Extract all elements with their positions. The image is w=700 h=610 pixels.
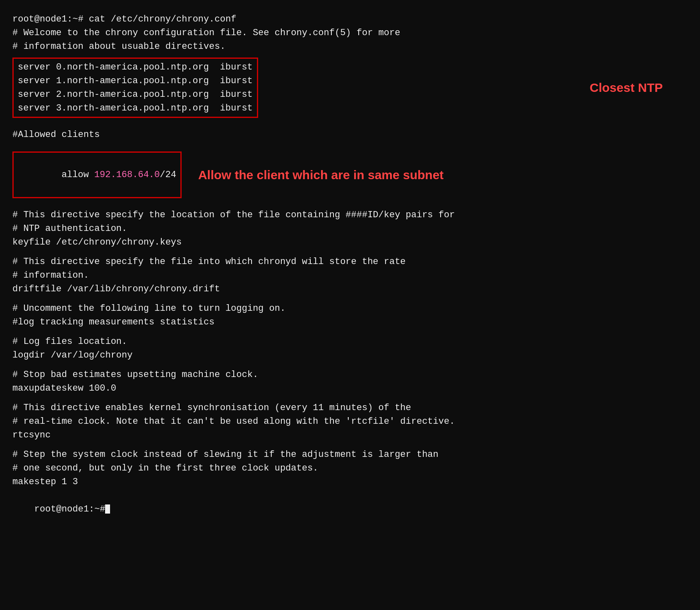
directive2a-line: # This directive specify the file into w… xyxy=(12,255,688,269)
directive7b-line: # one second, but only in the first thre… xyxy=(12,461,688,475)
terminal: root@node1:~# cat /etc/chrony/chrony.con… xyxy=(8,8,692,610)
allow-line: allow 192.168.64.0/24 xyxy=(18,154,176,195)
prompt-line-1: root@node1:~# cat /etc/chrony/chrony.con… xyxy=(12,12,688,26)
prompt-line-2: root@node1:~# xyxy=(12,489,688,530)
cursor xyxy=(105,504,110,514)
allow-ip: 192.168.64.0 xyxy=(94,170,160,180)
allowed-clients-line: #Allowed clients xyxy=(12,128,688,142)
makestep-line: makestep 1 3 xyxy=(12,475,688,489)
directive4-line: # Log files location. xyxy=(12,335,688,348)
directive1a-line: # This directive specify the location of… xyxy=(12,208,688,222)
allow-cidr: /24 xyxy=(160,170,176,180)
logdir-line: logdir /var/log/chrony xyxy=(12,348,688,362)
directive5-line: # Stop bad estimates upsetting machine c… xyxy=(12,368,688,382)
servers-red-box: server 0.north-america.pool.ntp.org ibur… xyxy=(12,58,258,118)
logtracking-line: #log tracking measurements statistics xyxy=(12,315,688,329)
ntp-annotation: Closest NTP xyxy=(590,79,663,97)
allow-keyword: allow xyxy=(62,170,94,180)
keyfile-line: keyfile /etc/chrony/chrony.keys xyxy=(12,235,688,249)
servers-section: server 0.north-america.pool.ntp.org ibur… xyxy=(12,56,688,120)
allow-red-box: allow 192.168.64.0/24 xyxy=(12,151,182,198)
directive7a-line: # Step the system clock instead of slewi… xyxy=(12,448,688,461)
directive3-line: # Uncomment the following line to turn l… xyxy=(12,302,688,315)
directive2b-line: # information. xyxy=(12,269,688,282)
directive6b-line: # real-time clock. Note that it can't be… xyxy=(12,415,688,428)
info-line: # information about usuable directives. xyxy=(12,40,688,53)
directive1b-line: # NTP authentication. xyxy=(12,222,688,235)
maxupdateskew-line: maxupdateskew 100.0 xyxy=(12,382,688,395)
allow-annotation: Allow the client which are in same subne… xyxy=(198,166,443,184)
server2-line: server 2.north-america.pool.ntp.org ibur… xyxy=(18,88,253,101)
server1-line: server 1.north-america.pool.ntp.org ibur… xyxy=(18,74,253,88)
welcome-line: # Welcome to the chrony configuration fi… xyxy=(12,26,688,40)
server3-line: server 3.north-america.pool.ntp.org ibur… xyxy=(18,101,253,115)
rtcsync-line: rtcsync xyxy=(12,428,688,442)
allow-section: allow 192.168.64.0/24 Allow the client w… xyxy=(12,150,688,200)
driftfile-line: driftfile /var/lib/chrony/chrony.drift xyxy=(12,282,688,296)
server0-line: server 0.north-america.pool.ntp.org ibur… xyxy=(18,60,253,74)
directive6a-line: # This directive enables kernel synchron… xyxy=(12,401,688,415)
